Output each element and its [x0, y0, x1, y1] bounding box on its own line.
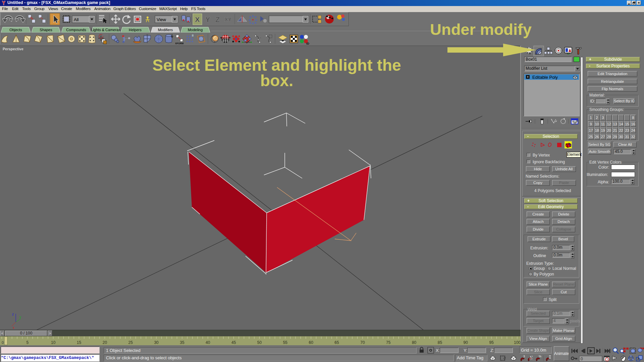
svg-text:60: 60 [309, 340, 314, 345]
svg-text:Y: Y [205, 15, 210, 24]
svg-text:Modifiers: Modifiers [158, 28, 173, 32]
svg-text:z: z [12, 312, 14, 316]
svg-text:XY: XY [224, 17, 232, 22]
svg-text:XFORM: XFORM [175, 42, 183, 45]
svg-text:100: 100 [514, 340, 521, 345]
svg-text:View: View [157, 17, 166, 22]
svg-text:45: 45 [231, 340, 236, 345]
svg-text:90: 90 [464, 340, 468, 345]
svg-text:20: 20 [103, 340, 107, 345]
svg-text:80: 80 [412, 340, 417, 345]
svg-text:Objects: Objects [9, 28, 22, 32]
svg-text:x: x [13, 326, 14, 329]
svg-text:50: 50 [257, 340, 262, 345]
svg-text:All: All [74, 17, 79, 22]
svg-text:75: 75 [386, 340, 391, 345]
svg-text:85: 85 [438, 340, 442, 345]
svg-text:Modeling: Modeling [188, 28, 203, 32]
svg-text:Z: Z [215, 15, 220, 24]
svg-text:15: 15 [77, 340, 82, 345]
svg-text:y: y [19, 315, 21, 319]
svg-text:3: 3 [523, 355, 525, 358]
svg-text:30: 30 [154, 340, 159, 345]
svg-text:35: 35 [180, 340, 184, 345]
svg-text:0: 0 [2, 341, 4, 345]
svg-text:10: 10 [51, 340, 56, 345]
svg-text:X: X [195, 15, 200, 24]
svg-text:70: 70 [360, 340, 365, 345]
svg-text:Lights & Cameras: Lights & Cameras [91, 28, 120, 32]
svg-text:95: 95 [489, 340, 494, 345]
svg-text:65: 65 [334, 340, 339, 345]
svg-text:40: 40 [206, 340, 210, 345]
svg-text:ID: ID [306, 42, 310, 45]
svg-text:55: 55 [283, 340, 288, 345]
svg-text:5: 5 [26, 340, 29, 345]
svg-text:%: % [539, 355, 541, 358]
svg-text:Compounds: Compounds [66, 28, 86, 32]
svg-text:0: 0 [581, 357, 583, 361]
svg-text:Shapes: Shapes [40, 28, 52, 32]
svg-text:Helpers: Helpers [129, 28, 142, 32]
svg-text:25: 25 [128, 340, 133, 345]
